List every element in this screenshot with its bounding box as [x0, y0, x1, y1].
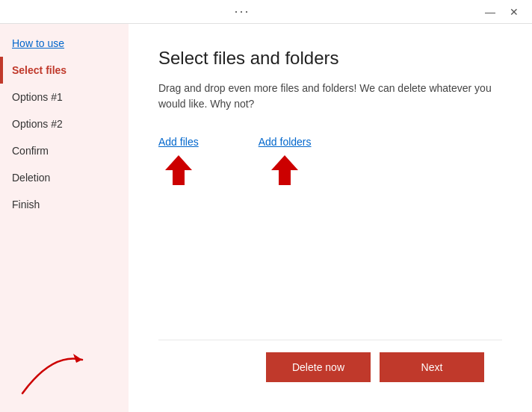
- svg-marker-1: [165, 155, 192, 185]
- add-buttons-row: Add files Add folders: [158, 136, 502, 187]
- page-description: Drag and drop even more files and folder…: [158, 81, 502, 112]
- add-folders-link[interactable]: Add folders: [259, 136, 312, 148]
- svg-marker-2: [271, 155, 298, 185]
- sidebar-item-select-files[interactable]: Select files: [0, 57, 129, 84]
- sidebar-item-options-1[interactable]: Options #1: [0, 84, 129, 110]
- next-button[interactable]: Next: [380, 352, 484, 382]
- drop-zone[interactable]: [158, 205, 502, 340]
- add-files-link[interactable]: Add files: [158, 136, 199, 148]
- sidebar: How to use Select files Options #1 Optio…: [0, 24, 129, 412]
- add-files-arrow-icon: [165, 154, 192, 187]
- titlebar-dots: ···: [234, 4, 250, 19]
- sidebar-item-deletion[interactable]: Deletion: [0, 164, 129, 191]
- add-folders-item: Add folders: [259, 136, 312, 187]
- sidebar-item-how-to-use[interactable]: How to use: [0, 30, 129, 57]
- content-area: Select files and folders Drag and drop e…: [129, 24, 532, 412]
- main-layout: How to use Select files Options #1 Optio…: [0, 24, 532, 412]
- add-folders-arrow-icon: [271, 154, 298, 187]
- sidebar-item-finish[interactable]: Finish: [0, 191, 129, 218]
- footer: Delete now Next: [158, 340, 502, 394]
- titlebar: ··· — ✕: [0, 0, 532, 24]
- how-to-use-link[interactable]: How to use: [12, 37, 64, 49]
- add-files-item: Add files: [158, 136, 199, 187]
- minimize-button[interactable]: —: [478, 0, 502, 24]
- sidebar-item-options-2[interactable]: Options #2: [0, 110, 129, 137]
- annotation-arrow: [7, 337, 97, 397]
- delete-now-button[interactable]: Delete now: [266, 352, 371, 382]
- close-button[interactable]: ✕: [502, 0, 526, 24]
- sidebar-item-confirm[interactable]: Confirm: [0, 137, 129, 164]
- page-title: Select files and folders: [158, 48, 502, 69]
